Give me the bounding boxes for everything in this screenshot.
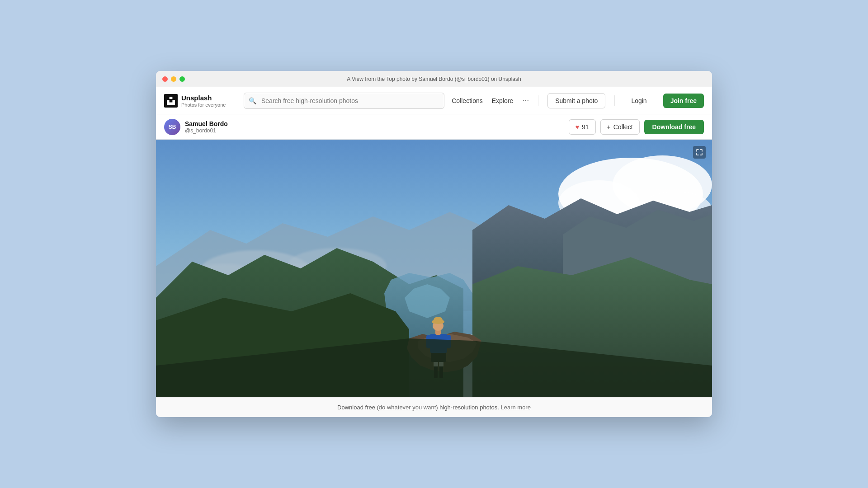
- like-button[interactable]: ♥ 91: [569, 119, 596, 135]
- nav-collections[interactable]: Collections: [452, 97, 482, 104]
- search-input[interactable]: [244, 93, 444, 109]
- plus-icon: +: [607, 123, 611, 131]
- collect-label: Collect: [613, 123, 633, 131]
- collect-button[interactable]: + Collect: [600, 119, 640, 135]
- logo-area[interactable]: Unsplash Photos for everyone: [164, 94, 236, 108]
- unsplash-logo-icon: [164, 94, 178, 108]
- close-button[interactable]: [162, 76, 168, 82]
- logo-tagline: Photos for everyone: [181, 102, 226, 108]
- logo-name: Unsplash: [181, 94, 226, 102]
- svg-point-32: [434, 317, 443, 323]
- user-details: Samuel Bordo @s_bordo01: [185, 120, 228, 134]
- search-icon: 🔍: [249, 97, 256, 104]
- do-whatever-link[interactable]: do whatever you want: [379, 404, 436, 411]
- user-name: Samuel Bordo: [185, 120, 228, 127]
- bottom-banner: Download free (do whatever you want) hig…: [156, 397, 712, 417]
- fullscreen-button[interactable]: [179, 76, 185, 82]
- nav-more-icon[interactable]: ···: [522, 96, 529, 105]
- bottom-text-suffix: ) high-resolution photos.: [436, 404, 499, 411]
- avatar: SB: [164, 119, 180, 135]
- minimize-button[interactable]: [171, 76, 176, 82]
- search-bar: 🔍: [244, 93, 444, 109]
- login-button[interactable]: Login: [624, 94, 654, 108]
- traffic-lights: [162, 76, 185, 82]
- photo-area: [156, 140, 712, 397]
- logo-text: Unsplash Photos for everyone: [181, 94, 226, 108]
- avatar-image: SB: [164, 119, 180, 135]
- browser-window: A View from the Top photo by Samuel Bord…: [156, 71, 712, 417]
- learn-more-link[interactable]: Learn more: [500, 404, 530, 411]
- user-handle: @s_bordo01: [185, 127, 228, 134]
- expand-button[interactable]: [693, 146, 706, 159]
- photo-actions: ♥ 91 + Collect Download free: [569, 119, 704, 135]
- navbar: Unsplash Photos for everyone 🔍 Collectio…: [156, 87, 712, 114]
- user-info[interactable]: SB Samuel Bordo @s_bordo01: [164, 119, 228, 135]
- titlebar: A View from the Top photo by Samuel Bord…: [156, 71, 712, 87]
- photo-bar: SB Samuel Bordo @s_bordo01 ♥ 91 + Collec…: [156, 114, 712, 140]
- heart-icon: ♥: [576, 123, 579, 131]
- submit-photo-button[interactable]: Submit a photo: [547, 93, 605, 108]
- browser-tab-title: A View from the Top photo by Samuel Bord…: [347, 76, 521, 82]
- nav-separator-2: [614, 95, 615, 106]
- nav-separator: [538, 95, 538, 106]
- nav-explore[interactable]: Explore: [492, 97, 513, 104]
- nav-links: Collections Explore ··· Submit a photo L…: [452, 93, 704, 108]
- like-count: 91: [582, 123, 589, 131]
- join-free-button[interactable]: Join free: [663, 94, 704, 108]
- bottom-text-prefix: Download free (: [337, 404, 379, 411]
- download-free-button[interactable]: Download free: [644, 120, 704, 134]
